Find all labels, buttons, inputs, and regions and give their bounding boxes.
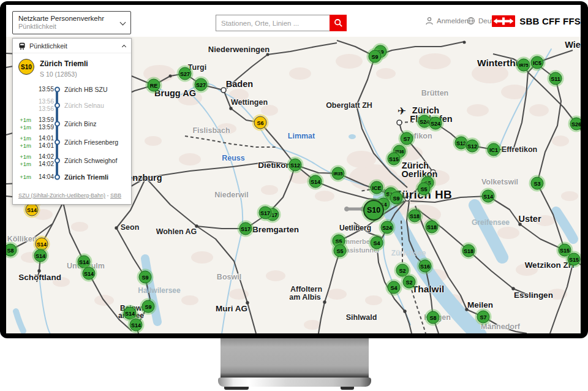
line-badge-s10[interactable]: S10 [363,200,384,221]
chevron-down-icon [120,20,126,26]
stop-row: 13:55Zürich HB SZU [13,83,131,96]
stops-list: 13:55Zürich HB SZU13:5613:56Zürich Selna… [13,80,131,188]
map-label: Limmat [288,132,315,140]
panel-footer: SZU (Sihltal-Zürich-Uetliberg-Bahn) - SB… [13,188,131,204]
map-label: Effretikon [502,145,537,154]
map-label: Boswil [217,273,241,281]
map-label: Oberglatt ZH [326,101,372,110]
map-label: Brugg AG [154,88,196,98]
line-badge-ic1[interactable]: IC1 [488,143,500,156]
stop-name: Zürich HB SZU [64,86,108,93]
line-badge-s9[interactable]: S9 [139,271,152,284]
line-badge-s14[interactable]: S14 [309,175,322,188]
line-badge-ice[interactable]: ICE [371,181,383,194]
monitor-stand-foot [341,387,354,390]
monitor-bezel: NiederweningenTurgiBrugg AGBadenWettinge… [0,1,588,338]
map-label: Uster [518,214,541,224]
stop-name: Zürich Schweighof [64,157,117,164]
line-badge-s15[interactable]: S15 [388,153,401,165]
chevron-up-icon[interactable] [122,44,126,48]
map-label: Fislisbach [192,126,230,135]
line-badge-s4[interactable]: S4 [371,237,383,249]
search-icon [334,18,343,28]
line-badge-ir35[interactable]: IR35 [332,167,345,180]
line-badge-s5[interactable]: S5 [334,245,347,257]
line-badge-s7[interactable]: S7 [477,311,490,324]
map-label: Bremgarten [252,225,299,234]
line-badge-s9[interactable]: S9 [390,192,403,205]
map-label: Zürichsee [391,249,426,257]
map-label: Uetliberg [339,224,371,232]
line-badge-s2[interactable]: S2 [396,264,409,277]
line-badge-s7[interactable]: S7 [401,132,413,145]
line-badge-s18[interactable]: S18 [409,210,421,222]
line-badge-s14[interactable]: S14 [36,238,48,251]
login-label: Anmelden [437,17,469,25]
map-label: Brütten [421,89,448,97]
line-badge-s4[interactable]: S4 [388,281,401,294]
line-badge-s14[interactable]: S14 [83,267,96,280]
route-line-info: S 10 (12853) [40,70,88,78]
line-badge-s14[interactable]: S14 [26,203,39,216]
monitor-stand-neck [221,338,369,378]
line-badge-s8[interactable]: S8 [6,244,17,257]
line-badge-s14[interactable]: S14 [34,249,47,262]
line-badge-s16[interactable]: S16 [419,260,432,273]
line-badge-s5[interactable]: S5 [418,183,431,196]
stop-name: Zürich Friesenberg [64,139,118,146]
line-badge-s12[interactable]: S12 [466,140,479,153]
monitor-stand-base [218,378,371,387]
map-label: Wohlen AG [156,227,197,236]
line-badge-s9[interactable]: S9 [369,50,382,63]
line-badge-s14[interactable]: S14 [482,190,495,203]
line-badge-s15[interactable]: S15 [568,253,581,266]
line-badge-s27[interactable]: S27 [195,78,208,91]
stop-row: 13:5613:56Zürich Selnau [13,96,131,115]
sbb-logo[interactable]: SBB CFF FFS [492,5,581,37]
train-icon [18,42,26,50]
line-badge-s9[interactable]: S9 [142,300,155,313]
line-badge-ir75[interactable]: IR75 [518,59,530,72]
map-label: Wetzikon ZH [525,260,575,270]
line-badge-s24[interactable]: S24 [381,221,394,234]
route-badge: S10 [18,59,34,75]
map-label: Meilen [467,300,493,309]
line-badge-s17[interactable]: S17 [259,207,272,219]
line-badge-s18[interactable]: S18 [462,245,475,257]
airplane-icon: ✈ [398,105,406,118]
line-badge-s3[interactable]: S3 [531,177,544,190]
footer-link-szu[interactable]: SZU (Sihltal-Zürich-Uetliberg-Bahn) [18,192,105,199]
line-badge-s24[interactable]: S24 [429,117,442,130]
line-badge-s17[interactable]: S17 [239,222,252,235]
line-badge-s18[interactable]: S18 [426,221,439,233]
map-label: Seon [121,223,140,232]
line-badge-re[interactable]: RE [148,79,160,92]
line-badge-ic5[interactable]: IC5 [531,56,544,69]
login-button[interactable]: Anmelden [425,5,469,37]
map-label: Niederwil [214,191,249,199]
search-button[interactable] [330,15,347,31]
map-label: Schöftland [18,273,61,282]
line-badge-s8[interactable]: S8 [427,311,440,324]
line-badge-s14[interactable]: S14 [78,256,91,268]
screen: NiederweningenTurgiBrugg AGBadenWettinge… [6,5,581,333]
line-badge-s2[interactable]: S2 [403,276,416,289]
line-badge-s12[interactable]: S12 [289,159,302,172]
footer-separator: - [105,192,110,199]
panel-header[interactable]: Pünktlichkeit [13,39,131,53]
line-badge-s6[interactable]: S6 [254,116,267,129]
layer-dropdown-title: Netzkarte Personenverkehr [18,14,117,23]
layer-dropdown[interactable]: Netzkarte Personenverkehr Pünktlichkeit [12,11,131,34]
map-label: Muri AG [216,304,247,313]
line-badge-s11[interactable]: S11 [549,72,562,85]
map-label: Affoltern [290,285,322,294]
footer-link-sbb[interactable]: SBB [110,192,121,199]
line-badge-s14[interactable]: S14 [124,307,137,320]
map-label: Wettingen [231,98,268,107]
line-badge-s27[interactable]: S27 [179,67,192,80]
search-input[interactable] [216,15,330,31]
line-badge-s14[interactable]: S14 [130,319,143,332]
line-badge-s26[interactable]: S26 [570,118,581,131]
route-header: S10 Zürich Triemli S 10 (12853) [13,53,131,80]
search-bar [216,15,347,31]
